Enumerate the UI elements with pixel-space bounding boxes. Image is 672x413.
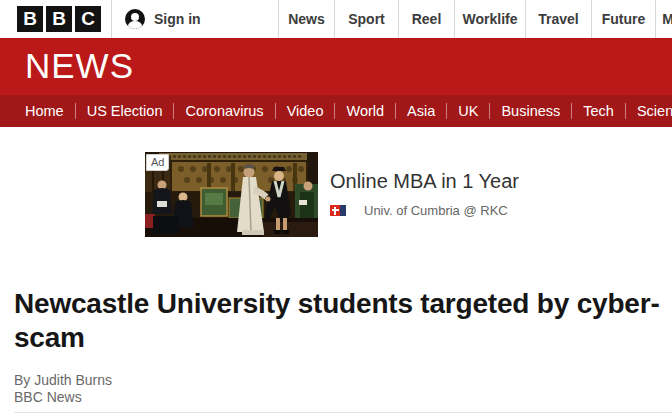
section-nav-item-business[interactable]: Business [490,103,571,119]
top-nav-item-worklife[interactable]: Worklife [455,0,525,38]
section-nav-item-video[interactable]: Video [276,103,335,119]
top-nav-item-news[interactable]: News [279,0,334,38]
sign-in-label: Sign in [154,11,201,27]
section-nav-item-world[interactable]: World [335,103,395,119]
top-nav-item-reel[interactable]: Reel [399,0,454,38]
ad-badge: Ad [146,154,169,171]
ad-image[interactable]: Ad [145,152,318,237]
ad-text-block: Online MBA in 1 Year Univ. of Cumbria @ … [330,152,519,237]
byline-author: By Judith Burns [14,372,672,389]
section-nav-item-uk[interactable]: UK [447,103,489,119]
bbc-logo-block: B [46,6,72,32]
article-byline: By Judith Burns BBC News [14,372,672,406]
byline-source: BBC News [14,389,672,406]
section-nav-item-tech[interactable]: Tech [572,103,625,119]
ad-title-link[interactable]: Online MBA in 1 Year [330,170,519,193]
top-nav-item-more[interactable]: More [656,0,672,38]
sign-in-button[interactable]: Sign in [112,0,278,38]
bbc-logo[interactable]: B B C [17,0,101,38]
top-nav-item-future[interactable]: Future [592,0,655,38]
bbc-logo-block: C [75,6,101,32]
bbc-logo-block: B [17,6,43,32]
top-bar: B B C Sign in News Sport Reel Worklife T… [0,0,672,38]
news-wordmark[interactable]: NEWS [25,46,134,86]
ad-source-row: Univ. of Cumbria @ RKC [330,203,519,218]
advertisement: Ad Online MBA in 1 Year Univ. of Cumbria… [145,152,672,237]
section-nav-item-science[interactable]: Science [626,103,672,119]
swiss-flag-icon [330,205,346,216]
article-headline: Newcastle University students targeted b… [14,287,662,355]
section-nav-item-home[interactable]: Home [14,103,75,119]
section-nav-item-coronavirus[interactable]: Coronavirus [174,103,274,119]
bbc-news-page: B B C Sign in News Sport Reel Worklife T… [0,0,672,413]
ad-source-link[interactable]: Univ. of Cumbria @ RKC [364,203,508,218]
person-icon [125,9,145,29]
section-nav: Home US Election Coronavirus Video World… [0,95,672,127]
section-nav-item-asia[interactable]: Asia [396,103,446,119]
top-nav-item-sport[interactable]: Sport [335,0,398,38]
graduation-ceremony-image [145,152,318,237]
top-nav-item-travel[interactable]: Travel [526,0,591,38]
section-nav-item-us-election[interactable]: US Election [76,103,174,119]
news-masthead: NEWS [0,38,672,95]
article-main: Ad Online MBA in 1 Year Univ. of Cumbria… [0,152,672,413]
